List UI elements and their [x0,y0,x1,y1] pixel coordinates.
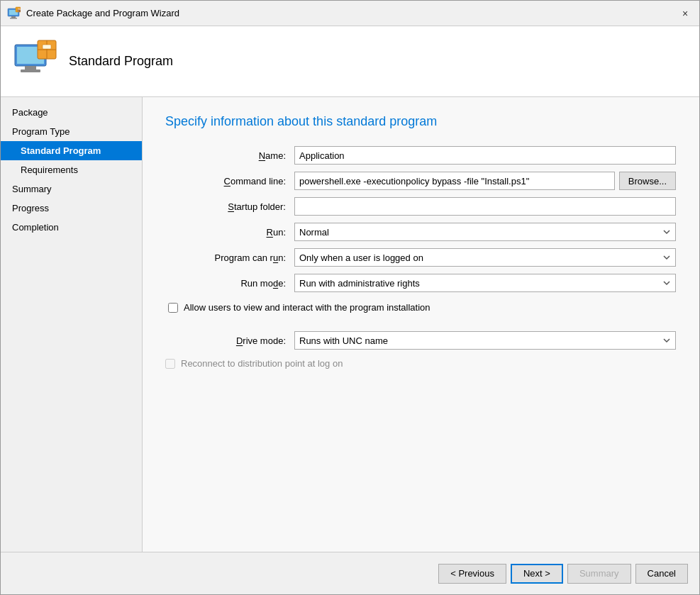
startup-folder-input[interactable] [294,197,676,216]
window-icon: 📦 [6,6,21,21]
footer: < Previous Next > Summary Cancel [1,552,699,594]
next-button[interactable]: Next > [511,564,563,584]
run-label: Run: [165,227,286,238]
sidebar-item-completion[interactable]: Completion [1,218,142,237]
svg-rect-2 [11,16,16,18]
page-title: Specify information about this standard … [165,114,677,129]
svg-rect-3 [10,18,17,19]
previous-button[interactable]: < Previous [438,564,506,584]
program-can-run-label-text: Program can r [215,252,273,263]
program-can-run-label-rest: n: [278,252,286,263]
spacer [165,320,676,324]
reconnect-row: Reconnect to distribution point at log o… [165,358,676,369]
summary-button[interactable]: Summary [567,564,631,584]
sidebar-item-progress[interactable]: Progress [1,199,142,218]
header-section: Standard Program [1,26,699,97]
cancel-button[interactable]: Cancel [635,564,688,584]
startup-folder-label: Startup folder: [165,201,286,212]
svg-rect-8 [25,66,36,69]
sidebar-item-requirements[interactable]: Requirements [1,160,142,179]
run-mode-select[interactable]: Run with administrative rights Run with … [294,274,676,292]
sidebar-item-package[interactable]: Package [1,103,142,122]
header-icon [12,39,57,84]
drive-label-d: D [236,335,243,346]
form-grid: Name: Command line: Browse... Startup fo… [165,146,676,369]
sidebar: Package Program Type Standard Program Re… [1,97,143,552]
reconnect-checkbox [165,359,175,369]
run-mode-label: Run mode: [165,278,286,289]
header-title: Standard Program [69,54,173,69]
cmd-label-rest: ommand line: [230,176,286,187]
title-bar: 📦 Create Package and Program Wizard × [1,1,699,26]
run-label-r: R [267,227,273,238]
run-select[interactable]: Normal Minimized Maximized Hidden [294,223,676,241]
reconnect-label: Reconnect to distribution point at log o… [181,358,343,369]
sidebar-item-summary[interactable]: Summary [1,179,142,199]
allow-users-checkbox[interactable] [168,303,178,313]
content-area: Package Program Type Standard Program Re… [1,97,699,552]
svg-rect-9 [21,69,40,72]
sidebar-item-program-type[interactable]: Program Type [1,122,142,141]
name-input[interactable] [294,146,676,165]
browse-button[interactable]: Browse... [619,172,676,190]
program-can-run-select[interactable]: Only when a user is logged on Whether or… [294,248,676,267]
drive-mode-select[interactable]: Runs with UNC name Requires drive letter… [294,331,676,350]
cmd-label-c: C [224,176,230,187]
run-mode-label-text: Run mo [240,278,273,289]
program-can-run-label: Program can run: [165,252,286,263]
command-line-row: Browse... [294,172,676,190]
command-line-input[interactable] [294,172,615,190]
title-bar-left: 📦 Create Package and Program Wizard [6,6,179,21]
close-button[interactable]: × [677,5,694,22]
allow-users-label: Allow users to view and interact with th… [184,302,430,313]
wizard-window: 📦 Create Package and Program Wizard × St… [0,0,700,595]
window-title: Create Package and Program Wizard [26,8,179,18]
name-label: Name: [165,150,286,161]
allow-users-row: Allow users to view and interact with th… [165,302,676,313]
name-label-rest: ame: [265,150,286,161]
drive-label-rest: rive mode: [243,335,286,346]
sidebar-item-standard-program[interactable]: Standard Program [1,141,142,160]
startup-label-rest: tartup folder: [234,201,286,212]
run-label-rest: un: [273,227,286,238]
svg-text:📦: 📦 [17,8,21,13]
run-mode-label-rest: e: [278,278,286,289]
command-line-label: Command line: [165,176,286,187]
startup-label-s: S [228,201,234,212]
drive-mode-label: Drive mode: [165,335,286,346]
svg-rect-13 [43,45,51,49]
name-label-text: N [259,150,265,161]
main-form: Specify information about this standard … [143,97,699,552]
